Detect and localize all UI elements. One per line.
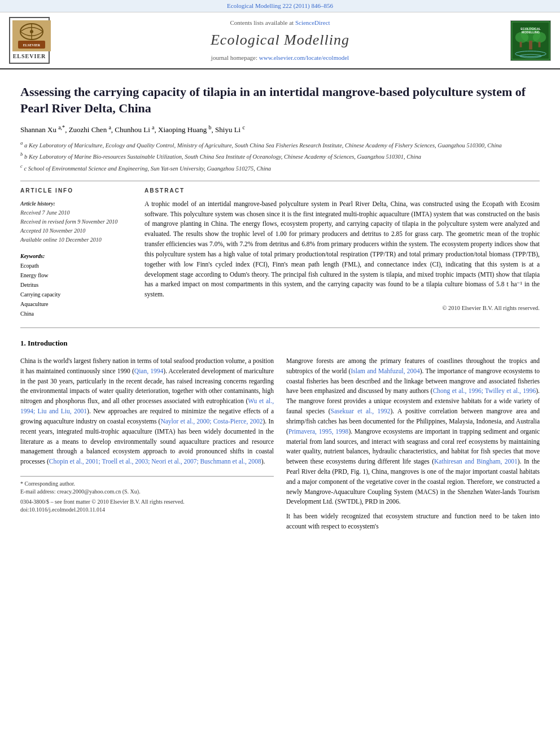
keywords-title: Keywords: xyxy=(20,251,133,261)
cite-wu: Wu et al., 1994; Liu and Liu, 2001 xyxy=(20,397,274,414)
keyword-aquaculture: Aquaculture xyxy=(20,299,133,309)
journal-reference-text: Ecological Modelling 222 (2011) 846–856 xyxy=(227,2,333,9)
elsevier-logo: ELSEVIER ELSEVIER xyxy=(7,17,52,64)
abstract-label: ABSTRACT xyxy=(145,187,540,195)
svg-rect-12 xyxy=(520,42,522,47)
divider-1 xyxy=(20,181,540,181)
intro-para-right-2: It has been widely recognized that ecosy… xyxy=(286,512,540,532)
homepage-line: journal homepage: www.elsevier.com/locat… xyxy=(211,54,349,62)
affiliations-block: a a Key Laboratory of Mariculture, Ecolo… xyxy=(20,139,540,173)
svg-rect-13 xyxy=(539,42,541,47)
svg-text:MODELLING: MODELLING xyxy=(522,30,540,34)
elsevier-logo-image: ELSEVIER xyxy=(12,20,51,51)
article-info-label: ARTICLE INFO xyxy=(20,187,133,195)
cite-qian: Qian, 1994 xyxy=(134,368,163,374)
article-history-block: Article history: Received 7 June 2010 Re… xyxy=(20,199,133,244)
article-info-col: ARTICLE INFO Article history: Received 7… xyxy=(20,187,133,318)
sciencedirect-link[interactable]: ScienceDirect xyxy=(295,19,330,26)
cite-chong: Chong et al., 1996; Twilley et al., 1996 xyxy=(433,387,536,394)
elsevier-label: ELSEVIER xyxy=(12,53,46,60)
paper-title: Assessing the carrying capacity of tilap… xyxy=(20,84,540,116)
journal-reference-bar: Ecological Modelling 222 (2011) 846–856 xyxy=(0,0,560,12)
keyword-energy: Energy flow xyxy=(20,270,133,280)
affiliation-c: c c School of Environmental Science and … xyxy=(20,163,540,173)
abstract-col: ABSTRACT A trophic model of an intertida… xyxy=(145,187,540,318)
contents-available-line: Contents lists available at ScienceDirec… xyxy=(230,19,330,27)
footnote-section: * Corresponding author. E-mail address: … xyxy=(20,476,274,496)
divider-2 xyxy=(20,327,540,328)
keyword-carrying: Carrying capacity xyxy=(20,290,133,299)
available-date: Available online 10 December 2010 xyxy=(20,235,133,244)
cite-primavera: Primavera, 1995, 1998 xyxy=(288,428,349,435)
abstract-text: A trophic model of an intertidal mangrov… xyxy=(145,199,540,300)
email-label: E-mail address: xyxy=(20,488,55,495)
journal-header: ELSEVIER ELSEVIER Contents lists availab… xyxy=(0,12,560,69)
cite-naylor: Naylor et al., 2000; Costa-Pierce, 2002 xyxy=(160,418,262,425)
email-address: creacy.2000@yahoo.com.cn (S. Xu). xyxy=(57,488,141,495)
intro-para-1: China is the world's largest fishery nat… xyxy=(20,356,274,467)
paper-body: Assessing the carrying capacity of tilap… xyxy=(0,69,560,549)
keywords-block: Keywords: Ecopath Energy flow Detritus C… xyxy=(20,251,133,318)
cite-sasekuar: Sasekuar et al., 1992 xyxy=(331,408,391,414)
intro-right-col: Mangrove forests are among the primary f… xyxy=(286,356,540,536)
svg-rect-11 xyxy=(529,41,532,50)
cite-kathiresan: Kathiresan and Bingham, 2001 xyxy=(434,458,518,465)
received-date: Received 7 June 2010 xyxy=(20,208,133,217)
svg-point-3 xyxy=(30,30,33,33)
authors-line: Shannan Xu a,*, Zuozhi Chen a, Chunhou L… xyxy=(20,124,540,136)
journal-logo: ECOLOGICAL MODELLING xyxy=(508,17,553,64)
keyword-ecopath: Ecopath xyxy=(20,261,133,270)
intro-left-col: China is the world's largest fishery nat… xyxy=(20,356,274,536)
svg-text:ECOLOGICAL: ECOLOGICAL xyxy=(520,27,541,30)
elsevier-logo-box: ELSEVIER ELSEVIER xyxy=(9,17,50,64)
homepage-link[interactable]: www.elsevier.com/locate/ecolmodel xyxy=(259,54,349,61)
affiliation-b: b b Key Laboratory of Marine Bio-resourc… xyxy=(20,151,540,161)
affiliation-a: a a Key Laboratory of Mariculture, Ecolo… xyxy=(20,139,540,150)
authors-text: Shannan Xu a,*, Zuozhi Chen a, Chunhou L… xyxy=(20,125,245,134)
issn-line: 0304-3800/$ – see front matter © 2010 El… xyxy=(20,498,274,506)
header-middle: Contents lists available at ScienceDirec… xyxy=(58,17,502,64)
svg-text:ELSEVIER: ELSEVIER xyxy=(23,43,41,47)
journal-logo-box: ECOLOGICAL MODELLING xyxy=(510,20,551,61)
journal-title: Ecological Modelling xyxy=(211,30,349,50)
corresponding-author-note: * Corresponding author. xyxy=(20,480,274,488)
copyright-line: © 2010 Elsevier B.V. All rights reserved… xyxy=(145,304,540,313)
keyword-china: China xyxy=(20,309,133,318)
intro-para-right-1: Mangrove forests are among the primary f… xyxy=(286,356,540,507)
revised-date: Received in revised form 9 November 2010 xyxy=(20,217,133,226)
accepted-date: Accepted 10 November 2010 xyxy=(20,226,133,235)
cite-islam: Islam and Mahfuzul, 2004 xyxy=(351,368,419,374)
keyword-detritus: Detritus xyxy=(20,280,133,290)
intro-two-col: China is the world's largest fishery nat… xyxy=(20,356,540,536)
cite-chopin: Chopin et al., 2001; Troell et al., 2003… xyxy=(49,458,261,465)
doi-line: doi:10.1016/j.ecolmodel.2010.11.014 xyxy=(20,506,274,514)
history-title: Article history: xyxy=(20,199,133,208)
doi-section: 0304-3800/$ – see front matter © 2010 El… xyxy=(20,498,274,514)
email-line: E-mail address: creacy.2000@yahoo.com.cn… xyxy=(20,488,274,496)
intro-heading: 1. Introduction xyxy=(20,338,540,348)
intro-section: 1. Introduction China is the world's lar… xyxy=(20,338,540,536)
info-abstract-section: ARTICLE INFO Article history: Received 7… xyxy=(20,187,540,318)
